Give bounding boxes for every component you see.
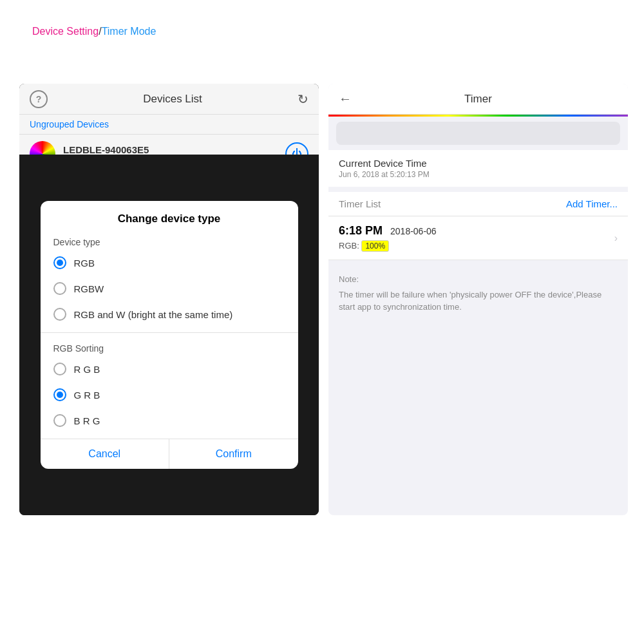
device-name: LEDBLE-940063E5	[63, 144, 278, 155]
devices-list-header: ? Devices List ↻	[19, 84, 319, 115]
note-body: The timer will be failure when 'physical…	[339, 289, 618, 314]
radio-grb-sort-label: G R B	[74, 390, 100, 401]
timer-time-row: 6:18 PM 2018-06-06	[339, 224, 437, 238]
ungrouped-label: Ungrouped Devices	[30, 119, 109, 129]
radio-rgb-sort[interactable]: R G B	[41, 356, 298, 382]
cancel-button[interactable]: Cancel	[41, 439, 170, 469]
radio-rgb[interactable]: RGB	[41, 250, 298, 276]
radio-brg-sort-label: B R G	[74, 415, 100, 426]
timer-title: Timer	[464, 93, 492, 106]
chevron-right-icon: ›	[614, 232, 618, 244]
left-panel: ? Devices List ↻ Ungrouped Devices LEDBL…	[19, 84, 319, 515]
title-timer-mode: Timer Mode	[102, 26, 156, 37]
back-button[interactable]: ←	[339, 91, 352, 106]
rgb-badge: 100%	[361, 240, 389, 252]
confirm-button[interactable]: Confirm	[169, 439, 298, 469]
devices-list-title: Devices List	[143, 93, 202, 106]
modal-overlay: Change device type Device type RGB RGBW …	[19, 155, 319, 515]
radio-rgb-circle[interactable]	[53, 256, 66, 269]
rainbow-line	[328, 115, 628, 117]
radio-rgb-label: RGB	[74, 258, 95, 269]
radio-grb-sort-circle[interactable]	[53, 388, 66, 401]
timer-list-label: Timer List	[339, 198, 381, 209]
current-time-label: Current Device Time	[339, 158, 618, 169]
refresh-icon[interactable]: ↻	[298, 91, 308, 107]
add-timer-button[interactable]: Add Timer...	[566, 198, 618, 209]
timer-entry[interactable]: 6:18 PM 2018-06-06 RGB: 100% ›	[328, 216, 628, 260]
radio-brg-sort[interactable]: B R G	[41, 408, 298, 433]
modal-actions: Cancel Confirm	[41, 439, 298, 469]
current-device-time-section: Current Device Time Jun 6, 2018 at 5:20:…	[328, 150, 628, 187]
timer-header: ← Timer	[328, 84, 628, 115]
radio-rgb-w-label: RGB and W (bright at the same time)	[74, 309, 233, 320]
radio-rgb-sort-label: R G B	[74, 364, 100, 375]
search-bar[interactable]	[336, 122, 620, 145]
timer-details: RGB: 100%	[339, 240, 437, 252]
radio-rgbw-circle[interactable]	[53, 282, 66, 295]
radio-rgb-w-circle[interactable]	[53, 308, 66, 321]
page-title: Device Setting/Timer Mode	[32, 26, 156, 37]
radio-rgb-w[interactable]: RGB and W (bright at the same time)	[41, 301, 298, 327]
help-icon[interactable]: ?	[30, 90, 48, 108]
timer-list-header: Timer List Add Timer...	[328, 192, 628, 216]
right-panel: ← Timer Current Device Time Jun 6, 2018 …	[328, 84, 628, 515]
radio-brg-sort-circle[interactable]	[53, 414, 66, 427]
rgb-sorting-section-label: RGB Sorting	[41, 338, 298, 356]
title-device-setting: Device Setting	[32, 26, 99, 37]
change-device-type-modal: Change device type Device type RGB RGBW …	[41, 201, 298, 469]
radio-rgbw-label: RGBW	[74, 283, 104, 294]
current-time-value: Jun 6, 2018 at 5:20:13 PM	[339, 170, 618, 179]
device-type-section-label: Device type	[41, 232, 298, 250]
radio-rgbw[interactable]: RGBW	[41, 276, 298, 301]
note-title: Note:	[339, 273, 618, 286]
timer-time: 6:18 PM	[339, 224, 383, 238]
timer-date: 2018-06-06	[390, 226, 437, 236]
radio-rgb-sort-circle[interactable]	[53, 363, 66, 375]
radio-grb-sort[interactable]: G R B	[41, 382, 298, 408]
note-section: Note: The timer will be failure when 'ph…	[328, 260, 628, 327]
ungrouped-bar: Ungrouped Devices	[19, 115, 319, 135]
modal-divider	[41, 332, 298, 333]
timer-entry-content: 6:18 PM 2018-06-06 RGB: 100%	[339, 224, 437, 252]
modal-title: Change device type	[41, 201, 298, 232]
